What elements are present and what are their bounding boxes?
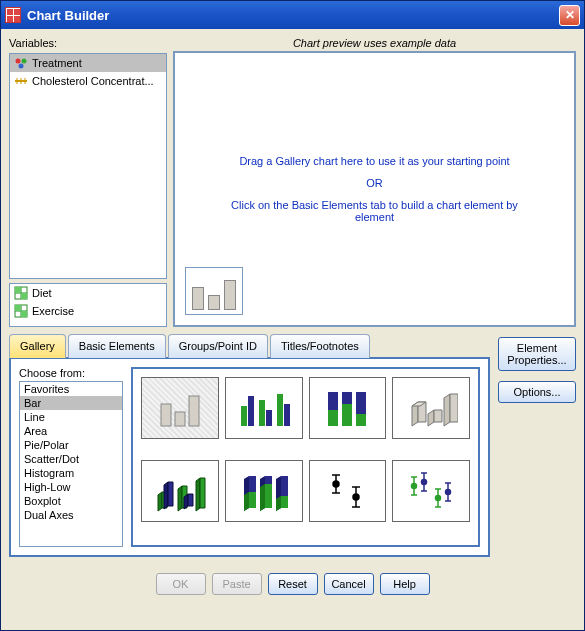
svg-rect-20 [241,406,247,426]
svg-rect-31 [356,414,366,426]
thumb-stacked-3d-bar[interactable] [225,460,303,522]
tab-basic-elements[interactable]: Basic Elements [68,334,166,358]
svg-marker-51 [244,492,249,511]
tab-groups-point-id[interactable]: Groups/Point ID [168,334,268,358]
svg-marker-52 [249,492,256,508]
tab-titles-footnotes[interactable]: Titles/Footnotes [270,334,370,358]
svg-rect-22 [259,400,265,426]
svg-rect-17 [161,404,171,426]
svg-rect-16 [21,311,27,317]
app-icon [5,7,21,23]
svg-rect-27 [328,410,338,426]
titlebar[interactable]: Chart Builder ✕ [1,1,584,29]
chart-type-histogram[interactable]: Histogram [20,466,122,480]
options-button[interactable]: Options... [498,381,576,403]
svg-rect-19 [189,396,199,426]
svg-marker-48 [200,478,205,508]
element-properties-button[interactable]: Element Properties... [498,337,576,371]
svg-point-72 [412,484,417,489]
svg-marker-37 [444,394,450,426]
thumb-3d-bar[interactable] [392,377,470,439]
grid-icon [14,286,28,300]
variable-name: Diet [32,287,52,299]
gallery-tab-panel: Choose from: Favorites Bar Line Area Pie… [9,357,490,557]
svg-rect-15 [15,305,21,311]
variables-label: Variables: [9,37,167,49]
preview-placeholder-thumb [185,267,243,315]
scale-icon [14,74,28,88]
variable-item[interactable]: Treatment [10,54,166,72]
svg-marker-55 [260,484,265,511]
dialog-button-row: OK Paste Reset Cancel Help [9,563,576,599]
gallery-thumbnails [131,367,480,547]
svg-rect-11 [21,293,27,299]
svg-point-0 [16,59,21,64]
thumb-simple-bar[interactable] [141,377,219,439]
variables-list[interactable]: Treatment Cholesterol Concentrat... [9,53,167,279]
variable-item[interactable]: Cholesterol Concentrat... [10,72,166,90]
svg-point-1 [22,59,27,64]
chart-builder-dialog: Chart Builder ✕ Variables: Treatment [0,0,585,631]
chart-preview-dropzone[interactable]: Drag a Gallery chart here to use it as y… [173,51,576,327]
preview-label: Chart preview uses example data [173,37,576,49]
svg-point-84 [446,490,451,495]
svg-marker-38 [450,394,458,422]
variable-name: Cholesterol Concentrat... [32,75,154,87]
chart-type-area[interactable]: Area [20,424,122,438]
thumb-stacked-bar[interactable] [309,377,387,439]
window-title: Chart Builder [27,8,559,23]
svg-rect-21 [248,396,254,426]
svg-point-68 [353,494,359,500]
cancel-button[interactable]: Cancel [324,573,374,595]
chart-type-list[interactable]: Favorites Bar Line Area Pie/Polar Scatte… [19,381,123,547]
preview-instruction-1: Drag a Gallery chart here to use it as y… [239,155,509,167]
chart-type-bar[interactable]: Bar [20,396,122,410]
choose-from-label: Choose from: [19,367,123,379]
chart-type-pie-polar[interactable]: Pie/Polar [20,438,122,452]
variables-list-secondary[interactable]: Diet Exercise [9,283,167,327]
close-button[interactable]: ✕ [559,5,580,26]
svg-marker-56 [265,484,272,508]
svg-marker-36 [434,410,442,422]
svg-rect-24 [277,394,283,426]
dialog-content: Variables: Treatment Cholesterol Concent… [1,29,584,630]
variable-item[interactable]: Diet [10,284,166,302]
svg-rect-25 [284,404,290,426]
ok-button[interactable]: OK [156,573,206,595]
svg-marker-39 [158,492,162,511]
thumb-error-bar-clustered[interactable] [392,460,470,522]
variable-item[interactable]: Exercise [10,302,166,320]
tab-gallery[interactable]: Gallery [9,334,66,358]
svg-marker-47 [196,478,200,511]
variable-name: Exercise [32,305,74,317]
svg-rect-18 [175,412,185,426]
svg-marker-35 [428,410,434,426]
thumb-clustered-bar[interactable] [225,377,303,439]
thumb-error-bar-simple[interactable] [309,460,387,522]
chart-type-high-low[interactable]: High-Low [20,480,122,494]
svg-marker-45 [184,494,188,509]
svg-rect-10 [15,287,21,293]
chart-type-line[interactable]: Line [20,410,122,424]
reset-button[interactable]: Reset [268,573,318,595]
paste-button[interactable]: Paste [212,573,262,595]
help-button[interactable]: Help [380,573,430,595]
svg-rect-29 [342,404,352,426]
thumb-clustered-3d-bar[interactable] [141,460,219,522]
chart-type-boxplot[interactable]: Boxplot [20,494,122,508]
chart-type-favorites[interactable]: Favorites [20,382,122,396]
chart-type-dual-axes[interactable]: Dual Axes [20,508,122,522]
preview-instruction-or: OR [366,177,383,189]
svg-marker-42 [168,482,173,506]
svg-point-64 [333,481,339,487]
nominal-icon [14,56,28,70]
svg-marker-60 [281,496,288,508]
tabstrip: Gallery Basic Elements Groups/Point ID T… [9,333,490,357]
preview-instruction-2: Click on the Basic Elements tab to build… [225,199,525,223]
chart-type-scatter-dot[interactable]: Scatter/Dot [20,452,122,466]
svg-marker-41 [164,482,168,509]
svg-point-80 [436,496,441,501]
svg-marker-46 [188,494,193,506]
svg-rect-23 [266,410,272,426]
grid-icon [14,304,28,318]
